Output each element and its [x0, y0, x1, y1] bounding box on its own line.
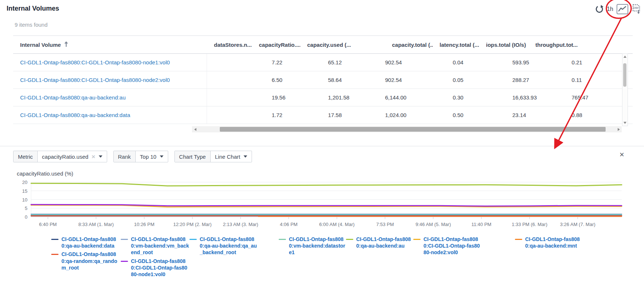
time-range-selector[interactable]: 1h: [607, 6, 613, 12]
volume-link[interactable]: CI-GDL1-Ontap-fas8080:CI-GDL1-Ontap-fas8…: [20, 77, 170, 83]
scroll-right-arrow[interactable]: [615, 126, 622, 132]
rank-label: Rank: [114, 151, 136, 162]
refresh-icon[interactable]: [595, 5, 604, 14]
close-chart-panel-button[interactable]: ×: [619, 151, 624, 159]
legend-item[interactable]: CI-GDL1-Ontap-fas8080:qa-au-backend:qa_a…: [189, 236, 259, 256]
x-tick-label: 11:40 PM: [471, 222, 492, 227]
legend-item[interactable]: CI-GDL1-Ontap-fas8080:qa-au-backend:data: [51, 236, 121, 249]
legend-column: CI-GDL1-Ontap-fas8080:qa-au-backend:data…: [51, 236, 121, 273]
toolbar: 1h CSV: [595, 4, 641, 15]
page-title: Internal Volumes: [7, 5, 59, 12]
column-header-capacity-total[interactable]: capacity.total (...: [385, 42, 433, 48]
legend-item[interactable]: CI-GDL1-Ontap-fas8080:vm-backend:vm_back…: [121, 236, 190, 256]
table-row: CI-GDL1-Ontap-fas8080:CI-GDL1-Ontap-fas8…: [13, 71, 633, 89]
legend-swatch-icon: [121, 261, 128, 262]
legend-swatch-icon: [279, 239, 286, 240]
legend-column: CI-GDL1-Ontap-fas8080:qa-au-backend:qa_a…: [189, 236, 259, 258]
value-cell: 593.95: [479, 59, 528, 65]
value-cell: 23.14: [479, 112, 528, 118]
chart-type-dropdown[interactable]: Chart Type Line Chart: [174, 151, 252, 162]
legend-item[interactable]: CI-GDL1-Ontap-fas8080:CI-GDL1-Ontap-fas8…: [413, 236, 483, 256]
clear-metric-icon[interactable]: ×: [92, 154, 95, 160]
volume-link[interactable]: CI-GDL1-Ontap-fas8080:CI-GDL1-Ontap-fas8…: [20, 59, 170, 65]
table-row: CI-GDL1-Ontap-fas8080:qa-au-backend:au19…: [13, 89, 633, 106]
chart-type-value: Line Chart: [215, 154, 240, 160]
series-line: [31, 183, 622, 186]
value-cell: 6,144.00: [385, 94, 433, 101]
value-cell: 0.04: [433, 59, 479, 65]
right-triangle-icon: [618, 128, 620, 131]
y-tick-label: 5: [25, 206, 27, 211]
value-cell: 0.21: [528, 59, 580, 65]
scroll-left-arrow[interactable]: [192, 126, 198, 132]
rank-dropdown[interactable]: Rank Top 10: [113, 151, 168, 162]
legend-column: CI-GDL1-Ontap-fas8080:qa-au-backend:au: [346, 236, 415, 251]
legend-item[interactable]: CI-GDL1-Ontap-fas8080:qa-random:qa_rando…: [51, 251, 121, 271]
legend-column: CI-GDL1-Ontap-fas8080:vm-backend:vm_back…: [121, 236, 190, 279]
chevron-down-icon: [99, 155, 102, 158]
horizontal-scrollbar[interactable]: [192, 126, 622, 132]
expand-chart-icon[interactable]: [616, 4, 629, 15]
items-found-label: 9 items found: [15, 22, 48, 28]
chart-y-axis-title: capacityRatio.used (%): [17, 170, 73, 177]
chevron-down-icon: [160, 155, 163, 158]
volume-name-cell: CI-GDL1-Ontap-fas8080:CI-GDL1-Ontap-fas8…: [13, 71, 207, 89]
table-row: CI-GDL1-Ontap-fas8080:CI-GDL1-Ontap-fas8…: [13, 54, 633, 71]
column-header-internal-volume[interactable]: Internal Volume: [13, 41, 207, 48]
value-cell: 288.27: [479, 77, 528, 83]
y-tick-label: 0: [25, 214, 27, 220]
y-tick-label: 10: [22, 197, 27, 203]
legend-swatch-icon: [121, 239, 128, 240]
legend-swatch-icon: [189, 239, 197, 240]
csv-export-icon[interactable]: CSV: [632, 4, 641, 14]
value-cell: 7.22: [252, 59, 300, 65]
table-body: CI-GDL1-Ontap-fas8080:CI-GDL1-Ontap-fas8…: [13, 54, 633, 124]
value-cell: 16,633.93: [479, 94, 528, 101]
value-cell: 1,024.00: [385, 112, 433, 118]
svg-text:CSV: CSV: [633, 7, 639, 9]
legend-item[interactable]: CI-GDL1-Ontap-fas8080:qa-au-backend:au: [346, 236, 415, 249]
legend-column: CI-GDL1-Ontap-fas8080:CI-GDL1-Ontap-fas8…: [413, 236, 483, 258]
chart-type-label: Chart Type: [175, 151, 211, 162]
x-tick-label: 6:00 AM (4. Mar): [319, 222, 355, 227]
column-header-iops-total[interactable]: iops.total (IO/s): [479, 42, 528, 48]
legend-column: CI-GDL1-Ontap-fas8080:vm-backend:datasto…: [279, 236, 348, 258]
value-cell: 902.54: [385, 77, 433, 83]
metric-label: Metric: [14, 151, 38, 162]
legend-swatch-icon: [413, 239, 421, 240]
volume-link[interactable]: CI-GDL1-Ontap-fas8080:qa-au-backend:data: [20, 112, 130, 118]
down-triangle-icon: [624, 122, 626, 124]
column-header-capacity-ratio[interactable]: capacityRatio....: [252, 42, 300, 48]
value-cell: 0.30: [433, 94, 479, 101]
horizontal-scrollbar-thumb[interactable]: [220, 127, 606, 132]
legend-item[interactable]: CI-GDL1-Ontap-fas8080:vm-backend:datasto…: [279, 236, 348, 256]
column-header-capacity-used[interactable]: capacity.used (...: [300, 42, 385, 48]
scroll-down-arrow[interactable]: [622, 120, 628, 126]
metric-dropdown[interactable]: Metric capacityRatio.used ×: [13, 151, 107, 162]
scroll-up-arrow[interactable]: [622, 54, 628, 60]
vertical-scrollbar[interactable]: [622, 53, 628, 126]
legend-item[interactable]: CI-GDL1-Ontap-fas8080:CI-GDL1-Ontap-fas8…: [121, 258, 190, 278]
column-header-datastores[interactable]: dataStores.n...: [207, 42, 252, 48]
x-tick-label: 3:26 AM (7. Mar): [560, 222, 595, 227]
legend-item[interactable]: CI-GDL1-Ontap-fas8080:qa-au-backend:mnt: [515, 236, 584, 249]
column-header-latency-total[interactable]: latency.total (...: [433, 42, 479, 48]
legend-label: CI-GDL1-Ontap-fas8080:qa-random:qa_rando…: [61, 251, 120, 271]
value-cell: 0.88: [528, 112, 580, 118]
volume-link[interactable]: CI-GDL1-Ontap-fas8080:qa-au-backend:au: [20, 94, 126, 101]
legend-label: CI-GDL1-Ontap-fas8080:CI-GDL1-Ontap-fas8…: [131, 258, 189, 278]
vertical-scrollbar-thumb[interactable]: [623, 63, 626, 87]
value-cell: 902.54: [385, 59, 433, 65]
column-header-throughput-total[interactable]: throughput.tot...: [528, 42, 580, 48]
x-tick-label: 6:40 PM: [39, 222, 57, 227]
chart-controls-bar: Metric capacityRatio.used × Rank Top 10 …: [13, 151, 252, 162]
y-tick-label: 15: [22, 188, 27, 194]
table-header-row: Internal Volume dataStores.n... capacity…: [13, 35, 633, 54]
volume-name-cell: CI-GDL1-Ontap-fas8080:qa-au-backend:au: [13, 89, 207, 106]
x-tick-label: 10:26 PM: [134, 222, 155, 227]
metric-value: capacityRatio.used: [42, 154, 88, 160]
value-cell: 6.50: [252, 77, 300, 83]
value-cell: 1.72: [252, 112, 300, 118]
up-triangle-icon: [624, 56, 626, 58]
value-cell: 17.58: [300, 112, 385, 118]
